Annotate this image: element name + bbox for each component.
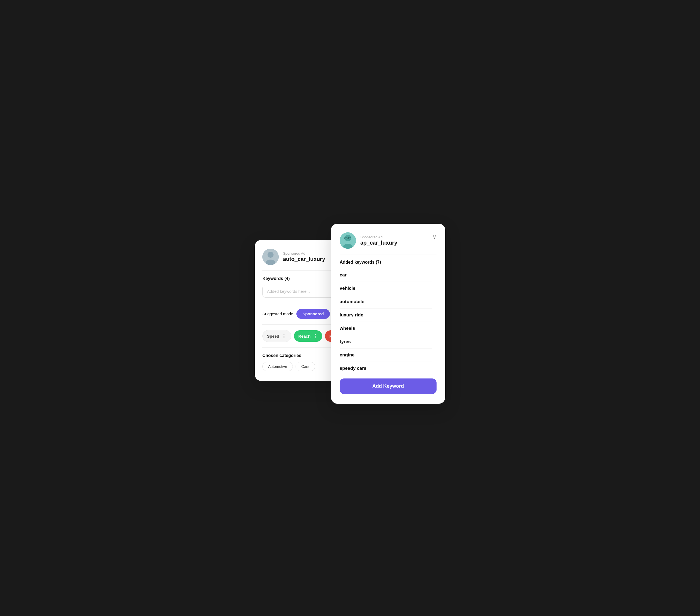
category-automotive[interactable]: Automotive <box>262 362 293 371</box>
svg-point-1 <box>267 252 274 257</box>
keyword-tyres: tyres <box>340 335 432 349</box>
add-keyword-button[interactable]: Add Keyword <box>340 378 437 394</box>
keyword-automobile: automobile <box>340 295 432 309</box>
tag-speed-label: Speed <box>267 334 279 338</box>
keyword-car: car <box>340 268 432 282</box>
keyword-speedy-cars: speedy cars <box>340 362 432 372</box>
front-ad-name: ap_car_luxury <box>360 240 428 246</box>
back-card-avatar <box>262 249 279 265</box>
tag-reach-label: Reach <box>298 334 311 338</box>
category-cars[interactable]: Cars <box>296 362 315 371</box>
tag-speed[interactable]: Speed ⋮ <box>262 330 291 342</box>
front-card-header: Sponsored Ad ap_car_luxury ∨ <box>340 232 437 249</box>
chevron-down-icon[interactable]: ∨ <box>433 232 437 240</box>
front-sponsored-label: Sponsored Ad <box>360 235 428 239</box>
keyword-engine: engine <box>340 349 432 362</box>
front-keywords-title: Added keywords (7) <box>340 260 437 265</box>
front-card-header-text: Sponsored Ad ap_car_luxury <box>360 235 428 246</box>
keyword-list: car vehicle automobile luxury ride wheel… <box>340 268 437 372</box>
front-card: Sponsored Ad ap_car_luxury ∨ Added keywo… <box>331 224 445 404</box>
tag-speed-dots: ⋮ <box>282 333 287 339</box>
scene: Sponsored Ad auto_car_luxury Keywords (4… <box>255 224 445 392</box>
mode-sponsored-button[interactable]: Sponsored <box>296 309 329 319</box>
suggested-mode-label: Suggested mode <box>262 312 293 316</box>
front-card-avatar <box>340 232 356 249</box>
front-divider <box>340 254 437 254</box>
keyword-vehicle: vehicle <box>340 282 432 295</box>
tag-reach-dots: ⋮ <box>313 333 318 339</box>
keyword-wheels: wheels <box>340 322 432 335</box>
tag-reach[interactable]: Reach ⋮ <box>294 330 322 342</box>
keyword-luxury-ride: luxury ride <box>340 309 432 322</box>
